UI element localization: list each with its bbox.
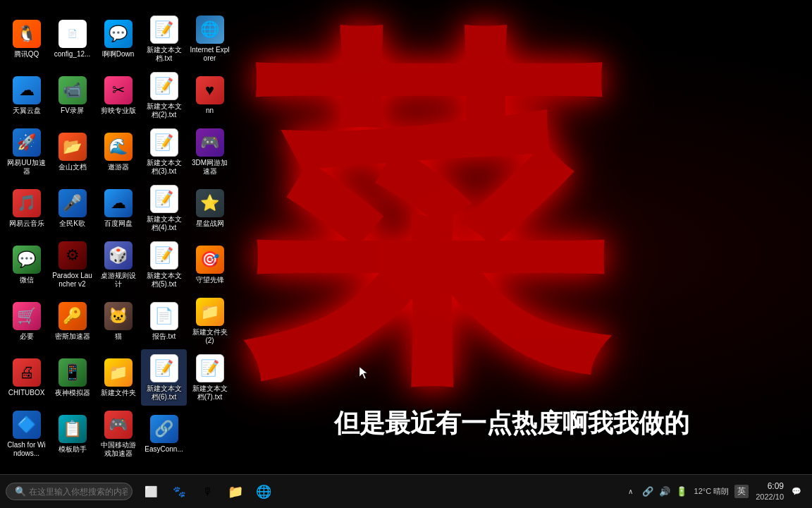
notification-area[interactable]: 💬 [789,484,804,498]
desktop-icon-newtxt4[interactable]: 📝新建文本文档(4).txt [141,180,187,236]
icon-image-3dm: 🎮 [196,128,224,157]
desktop-icon-ow[interactable]: 🎯守望先锋 [187,236,233,293]
desktop-icon-paradox[interactable]: ⚙Paradox Launcher v2 [49,236,95,293]
search-input[interactable] [29,487,128,497]
icon-image-ow: 🎯 [196,246,224,274]
icon-label-moban: 模板助手 [59,445,87,454]
desktop-icon-mibacc[interactable]: 🔑密斯加速器 [49,293,95,349]
desktop-icon-report[interactable]: 📄报告.txt [141,293,187,349]
desktop-icon-table[interactable]: 🎲桌游规则设计 [95,236,141,293]
desktop-icon-wymusic[interactable]: 🎵网易云音乐 [4,180,49,236]
icon-label-newtxt4: 新建文本文档(4).txt [144,215,184,232]
taskview-button[interactable]: ⬜ [138,479,164,504]
icon-image-newtxt3: 📝 [150,128,178,157]
desktop-icon-baidu[interactable]: ☁百度网盘 [95,180,141,236]
icon-image-jingzhan: ⭐ [196,189,224,217]
desktop-icon-newtxt1[interactable]: 📝新建文本文档.txt [141,11,187,67]
desktop-icon-daoshu[interactable]: 🌊遨游器 [95,123,141,180]
icon-image-paradox: ⚙ [59,241,87,270]
icon-label-qmmusic: 全民K歌 [59,219,85,228]
icon-label-mao: 猫 [115,332,122,341]
icon-label-clash: Clash for Windows... [6,441,47,458]
language-indicator[interactable]: 英 [734,485,749,498]
icon-label-jianji: 剪映专业版 [101,107,136,115]
desktop-icon-newtxt2[interactable]: 📝新建文本文档(2).txt [141,67,187,123]
subtitle-text: 但是最近有一点热度啊我我做的 [211,406,812,441]
weather-info: 12°C 晴朗 [694,486,730,497]
network-icon: 🔗 [642,486,653,497]
icon-label-newtxt5: 新建文本文档(5).txt [144,272,184,289]
desktop-icon-jingzhan[interactable]: ⭐星盆战网 [187,180,233,236]
desktop-icon-newtxt5[interactable]: 📝新建文本文档(5).txt [141,236,187,293]
desktop-icon-moban[interactable]: 📋模板助手 [49,406,95,462]
desktop-icon-folder2[interactable]: 📁新建文件夹(2) [187,293,233,349]
icon-label-config: config_12... [54,50,91,59]
desktop-icon-3dm[interactable]: 🎮3DM网游加速器 [187,123,233,180]
icon-label-newtxt1: 新建文本文档.txt [144,46,184,63]
mic-icon: 🎙 [202,485,213,497]
desktop-icon-imdl[interactable]: 💬啊啊Down [95,11,141,67]
desktop-icon-config[interactable]: 📄config_12... [49,11,95,67]
desktop-icon-biyao[interactable]: 🛒必要 [4,293,49,349]
desktop-icon-jianji[interactable]: ✂剪映专业版 [95,67,141,123]
clock[interactable]: 6:09 2022/10 [756,481,784,502]
icon-label-mibacc: 密斯加速器 [55,332,90,341]
icon-label-jingzhan: 星盆战网 [196,219,224,228]
icon-label-newtxt7: 新建文本文档(7).txt [190,385,230,401]
widgets-button[interactable]: 🐾 [166,479,192,504]
tray-volume[interactable]: 🔊 [658,484,672,498]
desktop-icon-qmmusic[interactable]: 🎤全民K歌 [49,180,95,236]
desktop-icon-netdisk[interactable]: ☁天翼云盘 [4,67,49,123]
wallpaper-character: 菜 [247,14,599,423]
desktop-icon-fv[interactable]: 📹FV录屏 [49,67,95,123]
taskbar-center: ⬜ 🐾 🎙 📁 🌐 [138,479,276,504]
icon-image-baidu: ☁ [104,189,133,217]
icon-label-wymusic: 网易云音乐 [9,219,44,228]
icon-image-folder2: 📁 [196,298,224,326]
tray-battery[interactable]: 🔋 [675,484,689,498]
mic-button[interactable]: 🎙 [195,479,220,504]
desktop-icon-mao[interactable]: 🐱猫 [95,293,141,349]
icon-image-nox: 📱 [59,358,87,387]
desktop-icon-clash[interactable]: 🔷Clash for Windows... [4,406,49,462]
icon-image-fv: 📹 [59,76,87,104]
search-bar[interactable]: 🔍 [6,483,133,500]
icon-image-ie: 🌐 [196,16,224,44]
edge-button[interactable]: 🌐 [251,479,276,504]
icon-label-newtxt3: 新建文本文档(3).txt [144,159,184,176]
desktop-icon-nn[interactable]: ♥nn [187,67,233,123]
icon-image-biyao: 🛒 [13,302,41,330]
icon-image-netdisk: ☁ [13,76,41,104]
desktop-icon-easyconn[interactable]: 🔗EasyConn... [141,406,187,462]
icon-label-folder2: 新建文件夹(2) [190,328,230,345]
desktop-icon-chitu[interactable]: 🖨CHITUBOX [4,349,49,406]
desktop-icon-qq[interactable]: 🐧腾讯QQ [4,11,49,67]
desktop-icon-newtxt3[interactable]: 📝新建文本文档(3).txt [141,123,187,180]
icon-image-uuacc: 🚀 [13,128,41,157]
tray-chevron[interactable]: ∧ [624,484,638,498]
icon-image-imdl: 💬 [104,20,133,48]
icon-label-qq: 腾讯QQ [14,50,39,59]
desktop-icon-ie[interactable]: 🌐Internet Explorer [187,11,233,67]
desktop-icon-nox[interactable]: 📱夜神模拟器 [49,349,95,406]
icon-image-mao: 🐱 [104,302,133,330]
explorer-button[interactable]: 📁 [223,479,248,504]
taskview-icon: ⬜ [144,485,158,498]
desktop-icon-jinshan[interactable]: 📂金山文档 [49,123,95,180]
notification-icon: 💬 [792,487,801,496]
icon-image-mibacc: 🔑 [59,302,87,330]
desktop-icon-wechat[interactable]: 💬微信 [4,236,49,293]
clock-time: 6:09 [756,481,784,492]
icon-label-newtxt2: 新建文本文档(2).txt [144,102,184,119]
desktop-icon-newfolder[interactable]: 📁新建文件夹 [95,349,141,406]
desktop-icon-uuacc[interactable]: 🚀网易UU加速器 [4,123,49,180]
desktop-icon-newtxt7[interactable]: 📝新建文本文档(7).txt [187,349,233,406]
icon-image-newtxt1: 📝 [150,16,178,44]
icon-label-zhongguo: 中国移动游戏加速器 [98,441,138,458]
tray-network[interactable]: 🔗 [641,484,655,498]
desktop-icon-newtxt6[interactable]: 📝新建文本文档(6).txt [141,349,187,406]
icon-image-clash: 🔷 [13,411,41,439]
icon-label-paradox: Paradox Launcher v2 [52,272,92,289]
desktop-icon-zhongguo[interactable]: 🎮中国移动游戏加速器 [95,406,141,462]
icon-label-ie: Internet Explorer [190,46,230,63]
